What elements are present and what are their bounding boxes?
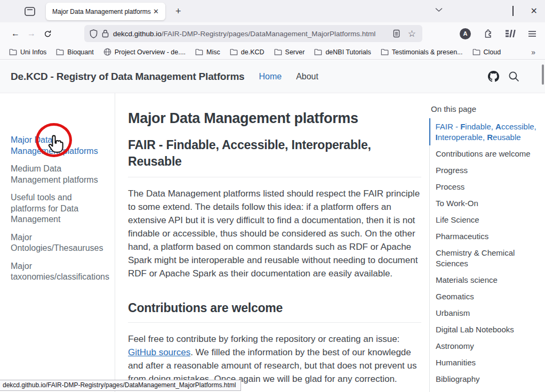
hamburger-menu-icon[interactable] [528, 30, 536, 37]
new-tab-button[interactable]: + [172, 5, 185, 18]
folder-icon [381, 48, 389, 55]
window-close-button[interactable]: ✕ [531, 7, 538, 15]
bookmark-label: deNBI Tutorials [325, 48, 371, 56]
toc-item[interactable]: Geomatics [430, 288, 539, 305]
bookmark-item[interactable]: Testimonials & presen... [377, 47, 467, 58]
back-button[interactable]: ← [7, 29, 23, 38]
sidebar-item[interactable]: Useful tools and platforms for Data Mana… [11, 192, 104, 225]
url-bar[interactable]: dekcd.github.io/FAIR-DMP-Registry/pages/… [84, 25, 422, 42]
toc-item[interactable]: Contributions are welcome [430, 145, 539, 162]
bookmark-label: Uni Infos [20, 48, 46, 56]
toc-item[interactable]: To Work-On [430, 195, 539, 211]
browser-tab[interactable]: Major Data Management platforms ✕ [46, 3, 165, 20]
tab-title: Major Data Management platforms [52, 8, 151, 15]
toc-item-text: indable, [465, 122, 495, 131]
sidebar-item[interactable]: Major taxonomies/classifications [11, 261, 104, 283]
toc-item-text: eusable [493, 133, 521, 142]
toc-item[interactable]: Bibliography [430, 371, 539, 387]
toc-item[interactable]: Process [430, 178, 539, 195]
bookmark-item[interactable]: deNBI Tutorials [310, 47, 374, 58]
toc-item[interactable]: Humanities [430, 354, 539, 371]
folder-icon [314, 48, 322, 55]
firefox-view-icon[interactable] [25, 6, 36, 16]
toc-item[interactable]: Pharmaceutics [430, 228, 539, 244]
bookmark-item[interactable]: Bioquant [52, 47, 97, 58]
bookmark-item[interactable]: de.KCD [226, 47, 268, 58]
paragraph-text: Feel free to contribute by forking the r… [128, 334, 399, 344]
tab-close-icon[interactable]: ✕ [151, 7, 161, 16]
heading-divider [128, 322, 421, 323]
forward-button[interactable]: → [23, 29, 39, 38]
toc-item[interactable]: Generalists [430, 387, 539, 392]
toc-item[interactable]: FAIR - Findable, Accessible, Interoperab… [429, 118, 539, 145]
toc-item[interactable]: Digital Lab Notebooks [430, 321, 539, 338]
toc-item[interactable]: Life Science [430, 211, 539, 228]
globe-icon [103, 48, 111, 56]
bookmark-label: Testimonials & presen... [392, 48, 463, 56]
list-tabs-chevron-icon[interactable] [435, 7, 443, 12]
reload-button[interactable] [39, 30, 55, 38]
url-text: dekcd.github.io/FAIR-DMP-Registry/pages/… [113, 30, 389, 38]
search-icon[interactable] [508, 71, 519, 82]
bookmark-star-icon[interactable]: ☆ [408, 29, 416, 38]
toc-item-text: ccessible, [501, 122, 536, 131]
bookmark-item[interactable]: Project Overview - de.... [100, 46, 189, 58]
bookmark-label: de.KCD [241, 48, 265, 56]
github-sources-link[interactable]: GitHub sources [128, 347, 190, 357]
bookmarks-bar: Uni InfosBioquantProject Overview - de..… [0, 45, 545, 60]
fair-paragraph: The Data Management platforms listed sho… [128, 187, 421, 280]
sidebar-item[interactable]: Major Data Management platforms [11, 135, 104, 157]
folder-icon [274, 48, 282, 55]
url-domain: dekcd.github.io [113, 30, 162, 38]
folder-icon [472, 48, 480, 55]
contributions-paragraph: Feel free to contribute by forking the r… [128, 332, 421, 386]
page-scrollbar-thumb[interactable] [542, 64, 544, 85]
bookmark-label: Server [285, 48, 305, 56]
tab-bar: Major Data Management platforms ✕ + ✕ [0, 0, 545, 22]
toc-item[interactable]: Chemistry & Chemical Sciences [430, 244, 539, 272]
page-viewport: De.KCD - Registry of Data Management Pla… [0, 60, 545, 392]
sidebar-item[interactable]: Medium Data Management platforms [11, 164, 104, 185]
toc-heading: On this page [431, 104, 539, 113]
bookmark-label: Project Overview - de.... [115, 48, 186, 56]
section-heading-contributions: Contributions are welcome [128, 301, 421, 315]
sidebar-item[interactable]: Major Ontologies/Thesauruses [11, 232, 104, 254]
bookmark-label: Cloud [484, 48, 501, 56]
toc-item[interactable]: Urbanism [430, 305, 539, 321]
url-path: /FAIR-DMP-Registry/pages/DataManagement_… [162, 30, 375, 38]
on-this-page-toc: On this page FAIR - Findable, Accessible… [429, 93, 539, 392]
folder-icon [230, 48, 238, 55]
toc-item-text: FAIR - [436, 122, 461, 131]
extension-a-badge-icon[interactable]: A [460, 28, 471, 39]
page-title: Major Data Management platforms [128, 110, 421, 127]
main-content: Major Data Management platforms FAIR - F… [128, 93, 421, 386]
bookmark-item[interactable]: Server [270, 47, 309, 58]
shield-icon[interactable] [90, 29, 98, 38]
bookmark-label: Misc [206, 48, 220, 56]
github-icon[interactable] [488, 71, 499, 82]
bookmark-item[interactable]: Uni Infos [5, 47, 50, 58]
reader-mode-icon[interactable] [393, 29, 400, 38]
site-title: De.KCD - Registry of Data Management Pla… [11, 71, 244, 83]
bookmarks-overflow-chevron[interactable]: » [527, 48, 540, 56]
toc-item[interactable]: Astronomy [430, 338, 539, 354]
sidebar-extension-icon[interactable] [505, 29, 516, 38]
toc-item[interactable]: Materials science [430, 272, 539, 288]
toc-item-text: R [487, 133, 493, 142]
extensions-puzzle-icon[interactable] [483, 29, 493, 38]
maximize-button[interactable] [512, 6, 514, 16]
left-sidebar: Major Data Management platformsMedium Da… [0, 93, 115, 392]
nav-about-link[interactable]: About [296, 72, 318, 81]
toc-item[interactable]: Progress [430, 162, 539, 178]
bookmark-label: Bioquant [67, 48, 93, 56]
folder-icon [56, 48, 64, 55]
section-heading-fair: FAIR - Findable, Accessible, Interoperab… [128, 137, 421, 170]
site-header: De.KCD - Registry of Data Management Pla… [0, 60, 545, 93]
toc-item-text: A [495, 122, 501, 131]
lock-icon[interactable] [102, 29, 109, 38]
folder-icon [195, 48, 203, 55]
nav-home-link[interactable]: Home [259, 72, 282, 81]
bookmark-item[interactable]: Misc [191, 47, 224, 58]
bookmark-item[interactable]: Cloud [469, 47, 505, 58]
toc-item-text: F [460, 122, 465, 131]
